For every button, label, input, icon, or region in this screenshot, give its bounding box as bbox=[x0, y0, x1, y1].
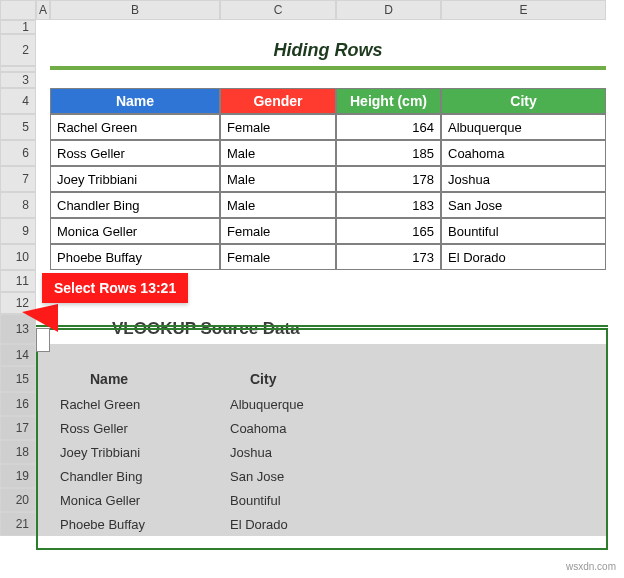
cell-name[interactable]: Chandler Bing bbox=[50, 192, 220, 218]
row-15[interactable]: 15 bbox=[0, 366, 36, 392]
cell-height[interactable]: 185 bbox=[336, 140, 441, 166]
cell-height[interactable]: 165 bbox=[336, 218, 441, 244]
header-city[interactable]: City bbox=[441, 88, 606, 114]
lookup-city: Coahoma bbox=[220, 416, 336, 440]
row-21[interactable]: 21 bbox=[0, 512, 36, 536]
col-D[interactable]: D bbox=[336, 0, 441, 20]
cell-city[interactable]: Bountiful bbox=[441, 218, 606, 244]
title-underline bbox=[50, 66, 606, 70]
lookup-row[interactable]: Monica Geller Bountiful bbox=[36, 488, 606, 512]
lookup-row[interactable]: Joey Tribbiani Joshua bbox=[36, 440, 606, 464]
cell-gender[interactable]: Female bbox=[220, 244, 336, 270]
cell-height[interactable]: 173 bbox=[336, 244, 441, 270]
row-6[interactable]: 6 bbox=[0, 140, 36, 166]
row-17[interactable]: 17 bbox=[0, 416, 36, 440]
lookup-city: Joshua bbox=[220, 440, 336, 464]
cell-name[interactable]: Joey Tribbiani bbox=[50, 166, 220, 192]
cell-city[interactable]: Joshua bbox=[441, 166, 606, 192]
cell-city[interactable]: Coahoma bbox=[441, 140, 606, 166]
lookup-header-city: City bbox=[220, 366, 336, 392]
row-9[interactable]: 9 bbox=[0, 218, 36, 244]
lookup-city: Bountiful bbox=[220, 488, 336, 512]
lookup-title[interactable]: VLOOKUP Source Data bbox=[36, 314, 606, 344]
lookup-name: Rachel Green bbox=[50, 392, 220, 416]
cell-name[interactable]: Monica Geller bbox=[50, 218, 220, 244]
col-B[interactable]: B bbox=[50, 0, 220, 20]
cell-gender[interactable]: Male bbox=[220, 166, 336, 192]
cell-A4[interactable] bbox=[36, 88, 50, 114]
row-16[interactable]: 16 bbox=[0, 392, 36, 416]
cell-blank-3[interactable] bbox=[36, 72, 606, 88]
cell-name[interactable]: Phoebe Buffay bbox=[50, 244, 220, 270]
cell-city[interactable]: El Dorado bbox=[441, 244, 606, 270]
row-8[interactable]: 8 bbox=[0, 192, 36, 218]
row-1[interactable]: 1 bbox=[0, 20, 36, 34]
lookup-name: Phoebe Buffay bbox=[50, 512, 220, 536]
row-5[interactable]: 5 bbox=[0, 114, 36, 140]
header-name[interactable]: Name bbox=[50, 88, 220, 114]
row-7[interactable]: 7 bbox=[0, 166, 36, 192]
lookup-header-name: Name bbox=[50, 366, 220, 392]
cell-height[interactable]: 178 bbox=[336, 166, 441, 192]
lookup-name: Joey Tribbiani bbox=[50, 440, 220, 464]
cell-blank[interactable] bbox=[36, 20, 606, 34]
lookup-name: Chandler Bing bbox=[50, 464, 220, 488]
row-2[interactable]: 2 bbox=[0, 34, 36, 66]
cell-A5[interactable] bbox=[36, 114, 50, 140]
cell-gender[interactable]: Female bbox=[220, 218, 336, 244]
row-14[interactable]: 14 bbox=[0, 344, 36, 366]
cell-name[interactable]: Rachel Green bbox=[50, 114, 220, 140]
lookup-header-row[interactable]: Name City bbox=[36, 366, 606, 392]
lookup-city: Albuquerque bbox=[220, 392, 336, 416]
select-all-corner[interactable] bbox=[0, 0, 36, 20]
row-4[interactable]: 4 bbox=[0, 88, 36, 114]
cell-height[interactable]: 183 bbox=[336, 192, 441, 218]
row-19[interactable]: 19 bbox=[0, 464, 36, 488]
callout-label: Select Rows 13:21 bbox=[42, 273, 188, 303]
page-title: Hiding Rows bbox=[50, 34, 606, 66]
header-height[interactable]: Height (cm) bbox=[336, 88, 441, 114]
lookup-city: El Dorado bbox=[220, 512, 336, 536]
cell-city[interactable]: San Jose bbox=[441, 192, 606, 218]
lookup-name: Monica Geller bbox=[50, 488, 220, 512]
cell-gender[interactable]: Male bbox=[220, 140, 336, 166]
header-gender[interactable]: Gender bbox=[220, 88, 336, 114]
lookup-row[interactable]: Ross Geller Coahoma bbox=[36, 416, 606, 440]
lookup-row[interactable]: Chandler Bing San Jose bbox=[36, 464, 606, 488]
row-11[interactable]: 11 bbox=[0, 270, 36, 292]
spreadsheet-grid: A B C D E 1 2 Hiding Rows 3 4 Name Gende… bbox=[0, 0, 624, 536]
col-A[interactable]: A bbox=[36, 0, 50, 20]
col-C[interactable]: C bbox=[220, 0, 336, 20]
col-E[interactable]: E bbox=[441, 0, 606, 20]
lookup-name: Ross Geller bbox=[50, 416, 220, 440]
selection-top-line bbox=[36, 325, 608, 327]
lookup-row[interactable]: Phoebe Buffay El Dorado bbox=[36, 512, 606, 536]
cell-name[interactable]: Ross Geller bbox=[50, 140, 220, 166]
row-18[interactable]: 18 bbox=[0, 440, 36, 464]
row-10[interactable]: 10 bbox=[0, 244, 36, 270]
row-20[interactable]: 20 bbox=[0, 488, 36, 512]
lookup-city: San Jose bbox=[220, 464, 336, 488]
cell-city[interactable]: Albuquerque bbox=[441, 114, 606, 140]
cell-gender[interactable]: Female bbox=[220, 114, 336, 140]
callout-arrow-icon bbox=[22, 304, 58, 332]
row-3[interactable]: 3 bbox=[0, 72, 36, 88]
cell-A2[interactable] bbox=[36, 34, 50, 66]
cell-height[interactable]: 164 bbox=[336, 114, 441, 140]
watermark: wsxdn.com bbox=[566, 561, 616, 572]
cell-gender[interactable]: Male bbox=[220, 192, 336, 218]
lookup-row[interactable]: Rachel Green Albuquerque bbox=[36, 392, 606, 416]
